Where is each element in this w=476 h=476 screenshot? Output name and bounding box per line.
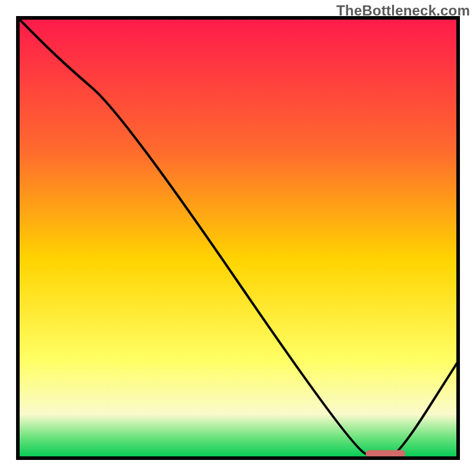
watermark-text: TheBottleneck.com: [336, 2, 470, 19]
bottleneck-chart: [0, 0, 476, 476]
chart-frame: TheBottleneck.com: [0, 0, 476, 476]
gradient-background: [18, 18, 458, 458]
optimal-marker: [366, 450, 406, 458]
